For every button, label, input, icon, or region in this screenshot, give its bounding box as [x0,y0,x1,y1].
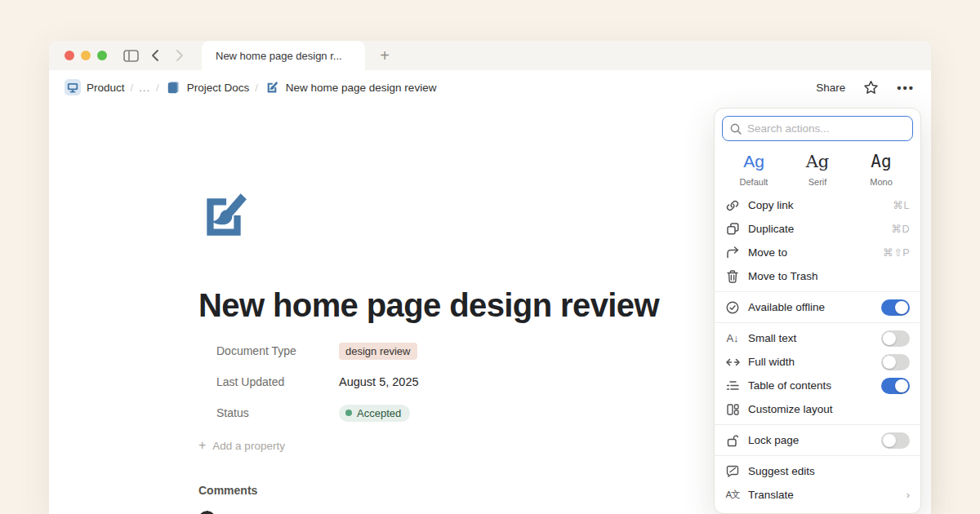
font-label: Default [722,177,786,187]
breadcrumb-label: Project Docs [187,82,250,94]
menu-divider [715,322,920,323]
edit-brush-icon [264,79,280,95]
check-circle-icon [725,301,740,314]
book-icon [165,79,181,95]
menu-item-label: Translate [748,489,794,501]
new-tab-button[interactable]: + [373,47,396,65]
breadcrumb-label: Product [87,82,125,94]
menu-item-available-offline[interactable]: Available offline [722,295,913,319]
user-avatar [198,511,216,514]
breadcrumb-label: New home page design review [286,82,437,94]
font-option-default[interactable]: Ag Default [722,151,786,187]
unlock-icon [725,434,740,447]
menu-item-move-to-trash[interactable]: Move to Trash [722,264,913,288]
trash-icon [725,270,740,283]
menu-divider [715,455,920,456]
menu-item-full-width[interactable]: Full width [722,350,913,374]
status-label: Accepted [357,407,401,419]
close-window-button[interactable] [65,51,74,60]
menu-item-table-of-contents[interactable]: Table of contents [722,374,913,397]
sidebar-toggle-icon[interactable] [118,41,143,70]
forward-button[interactable] [167,41,192,70]
table-of-contents-toggle[interactable] [881,378,910,394]
font-label: Mono [849,177,913,187]
menu-item-label: Customize layout [748,403,833,415]
property-label: Status [216,406,339,419]
property-tag-value[interactable]: design review [339,343,417,360]
menu-item-label: Small text [748,332,796,344]
back-button[interactable] [143,41,167,70]
shortcut-hint: ⌘D [891,223,910,235]
search-actions-input[interactable] [747,122,905,135]
monitor-icon [65,79,81,95]
menu-item-small-text[interactable]: A↓ Small text [722,326,913,350]
shortcut-hint: ⌘L [893,199,910,211]
menu-divider [715,291,920,292]
duplicate-icon [725,223,740,235]
search-icon [730,123,742,135]
menu-item-lock-page[interactable]: Lock page [722,428,913,452]
menu-item-translate[interactable]: A文 Translate › [722,483,913,507]
font-label: Serif [786,177,849,187]
menu-divider [715,424,920,425]
page-edit-brush-icon[interactable] [198,190,249,241]
breadcrumb-item-page[interactable]: New home page design review [264,79,437,95]
property-label: Last Updated [216,375,339,388]
menu-item-customize-layout[interactable]: Customize layout [722,397,913,421]
minimize-window-button[interactable] [81,51,91,60]
breadcrumb-item-product[interactable]: Product [65,79,125,95]
breadcrumb: Product / ... / Project Docs / New home … [49,70,931,104]
lock-page-toggle[interactable] [881,432,910,449]
breadcrumb-item-project-docs[interactable]: Project Docs [165,79,250,95]
menu-item-label: Move to [748,246,787,259]
zoom-window-button[interactable] [97,51,107,60]
menu-item-copy-link[interactable]: Copy link ⌘L [722,193,913,217]
property-label: Document Type [216,344,339,357]
full-width-toggle[interactable] [881,354,910,370]
traffic-lights [49,51,118,60]
share-button[interactable]: Share [816,82,845,94]
small-text-icon: A↓ [725,332,740,344]
menu-item-label: Lock page [748,434,799,446]
favorite-star-icon[interactable] [863,80,879,95]
search-actions-box[interactable] [722,116,913,141]
menu-item-label: Available offline [748,301,825,313]
layout-icon [725,404,740,415]
suggest-edits-icon [725,465,740,477]
top-actions: Share ••• [816,80,915,95]
available-offline-toggle[interactable] [881,299,910,316]
page-options-menu: Ag Default Ag Serif Ag Mono Copy link ⌘L… [714,108,921,514]
more-options-icon[interactable]: ••• [897,81,915,95]
breadcrumb-separator: / [131,82,134,94]
translate-icon: A文 [725,489,740,501]
plus-icon: + [198,438,206,453]
menu-item-label: Suggest edits [748,465,815,477]
status-dot-icon [345,410,352,416]
menu-item-label: Copy link [748,199,794,211]
add-property-label: Add a property [212,440,285,452]
font-picker: Ag Default Ag Serif Ag Mono [722,151,913,187]
small-text-toggle[interactable] [881,330,910,347]
tab-title: New home page design r... [216,50,342,62]
menu-item-move-to[interactable]: Move to ⌘⇧P [722,241,913,264]
font-sample: Ag [849,151,913,172]
font-sample: Ag [786,151,849,172]
active-tab[interactable]: New home page design r... [202,41,365,70]
property-text-value[interactable]: August 5, 2025 [339,375,419,388]
tab-bar: New home page design r... + [49,41,931,70]
menu-item-label: Move to Trash [748,270,818,282]
breadcrumb-separator: / [255,82,258,94]
link-icon [725,199,740,212]
breadcrumb-item-ellipsis[interactable]: ... [139,82,150,94]
move-to-arrow-icon [725,246,740,259]
table-of-contents-icon [725,380,740,391]
menu-item-label: Duplicate [748,223,794,235]
breadcrumb-separator: / [156,82,159,94]
menu-item-suggest-edits[interactable]: Suggest edits [722,459,913,483]
menu-item-label: Table of contents [748,379,831,392]
font-option-serif[interactable]: Ag Serif [786,151,849,187]
menu-item-duplicate[interactable]: Duplicate ⌘D [722,217,913,241]
menu-item-label: Full width [748,356,795,368]
font-option-mono[interactable]: Ag Mono [849,151,913,187]
status-badge[interactable]: Accepted [339,405,410,422]
